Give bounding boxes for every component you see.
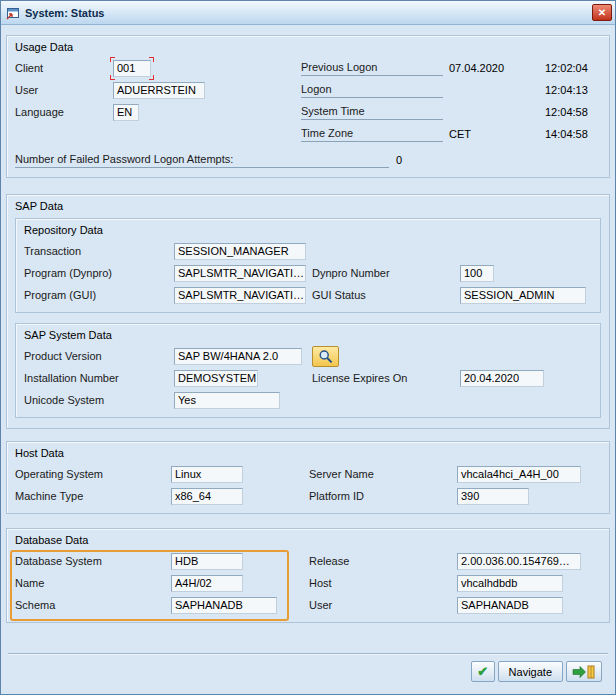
license-expires-field[interactable]: 20.04.2020 [460, 370, 544, 387]
navigate-button-label: Navigate [509, 666, 552, 678]
sap-system-data-header: SAP System Data [24, 325, 592, 345]
usage-data-header: Usage Data [15, 37, 601, 57]
usage-row-language: Language EN System Time 12:04:58 [15, 101, 601, 123]
dynpro-number-label: Dynpro Number [312, 267, 460, 279]
installation-number-field[interactable]: DEMOSYSTEM [174, 370, 258, 387]
unicode-system-field[interactable]: Yes [174, 392, 280, 409]
program-gui-label: Program (GUI) [24, 289, 174, 301]
usage-row-client: Client 001 Previous Logon 07.04.2020 12:… [15, 57, 601, 79]
row-program-dynpro: Program (Dynpro) SAPLSMTR_NAVIGATI… Dynp… [24, 262, 592, 284]
program-dynpro-field[interactable]: SAPLSMTR_NAVIGATI… [174, 265, 306, 282]
spacer [6, 623, 610, 653]
usage-row-timezone: Time Zone CET 14:04:58 [15, 123, 601, 145]
gui-status-label: GUI Status [312, 289, 460, 301]
machine-type-label: Machine Type [15, 490, 171, 502]
usage-row-failed-attempts: Number of Failed Password Logon Attempts… [15, 149, 601, 171]
system-time-value: 12:04:58 [545, 106, 601, 118]
row-machine-type: Machine Type x86_64 Platform ID 390 [15, 485, 601, 507]
sap-data-group: SAP Data Repository Data Transaction SES… [6, 194, 610, 429]
time-zone-value: CET [449, 128, 545, 140]
previous-logon-time: 12:02:04 [545, 62, 601, 74]
repository-data-header: Repository Data [24, 220, 592, 240]
release-field[interactable]: 2.00.036.00.154769… [457, 553, 581, 570]
previous-logon-date: 07.04.2020 [449, 62, 545, 74]
transaction-field[interactable]: SESSION_MANAGER [174, 243, 306, 260]
time-zone-time: 14:04:58 [545, 128, 601, 140]
product-version-label: Product Version [24, 350, 174, 362]
usage-row-user: User ADUERRSTEIN Logon 12:04:13 [15, 79, 601, 101]
database-name-field[interactable]: A4H/02 [171, 575, 243, 592]
language-label: Language [15, 106, 113, 118]
system-time-label: System Time [301, 105, 443, 120]
row-database-schema: Schema SAPHANADB User SAPHANADB [15, 594, 601, 616]
window-titlebar[interactable]: System: Status ✕ [1, 1, 615, 25]
license-expires-label: License Expires On [312, 372, 460, 384]
product-version-field[interactable]: SAP BW/4HANA 2.0 [174, 348, 302, 365]
sap-data-header: SAP Data [15, 196, 601, 216]
program-dynpro-label: Program (Dynpro) [24, 267, 174, 279]
row-transaction: Transaction SESSION_MANAGER [24, 240, 592, 262]
schema-label: Schema [15, 599, 171, 611]
schema-field[interactable]: SAPHANADB [171, 597, 277, 614]
database-system-field[interactable]: HDB [171, 553, 243, 570]
confirm-button[interactable]: ✔ [471, 661, 495, 682]
logon-time: 12:04:13 [545, 84, 601, 96]
user-label: User [15, 84, 113, 96]
user-field[interactable]: ADUERRSTEIN [113, 82, 205, 99]
database-user-field[interactable]: SAPHANADB [457, 597, 563, 614]
database-user-label: User [309, 599, 457, 611]
program-gui-field[interactable]: SAPLSMTR_NAVIGATI… [174, 287, 306, 304]
client-label: Client [15, 62, 113, 74]
database-host-field[interactable]: vhcalhdbdb [457, 575, 563, 592]
operating-system-label: Operating System [15, 468, 171, 480]
product-version-details-button[interactable] [312, 346, 339, 367]
machine-type-field[interactable]: x86_64 [171, 488, 243, 505]
usage-data-group: Usage Data Client 001 Previous Logon 07.… [6, 35, 610, 178]
system-status-dialog: System: Status ✕ Usage Data Client 001 P… [0, 0, 616, 695]
operating-system-field[interactable]: Linux [171, 466, 243, 483]
dialog-content: Usage Data Client 001 Previous Logon 07.… [1, 25, 615, 694]
client-field[interactable]: 001 [113, 60, 151, 77]
database-system-label: Database System [15, 555, 171, 567]
failed-attempts-label: Number of Failed Password Logon Attempts… [15, 153, 389, 168]
magnifier-icon [318, 349, 334, 364]
close-icon: ✕ [598, 7, 606, 18]
row-unicode-system: Unicode System Yes [24, 389, 592, 411]
unicode-system-label: Unicode System [24, 394, 174, 406]
row-product-version: Product Version SAP BW/4HANA 2.0 [24, 345, 592, 367]
close-button[interactable]: ✕ [592, 4, 612, 21]
language-field[interactable]: EN [113, 104, 139, 121]
row-database-name: Name A4H/02 Host vhcalhdbdb [15, 572, 601, 594]
database-data-header: Database Data [15, 530, 601, 550]
sap-system-data-group: SAP System Data Product Version SAP BW/4… [15, 323, 601, 418]
installation-number-label: Installation Number [24, 372, 174, 384]
host-data-group: Host Data Operating System Linux Server … [6, 441, 610, 514]
platform-id-field[interactable]: 390 [457, 488, 529, 505]
exit-button[interactable] [566, 661, 602, 682]
check-icon: ✔ [477, 665, 488, 678]
failed-attempts-value: 0 [396, 154, 601, 166]
repository-data-group: Repository Data Transaction SESSION_MANA… [15, 218, 601, 313]
row-database-system: Database System HDB Release 2.00.036.00.… [15, 550, 601, 572]
row-program-gui: Program (GUI) SAPLSMTR_NAVIGATI… GUI Sta… [24, 284, 592, 306]
dynpro-number-field[interactable]: 100 [460, 265, 494, 282]
navigate-button[interactable]: Navigate [498, 661, 563, 682]
row-operating-system: Operating System Linux Server Name vhcal… [15, 463, 601, 485]
database-host-label: Host [309, 577, 457, 589]
gui-status-field[interactable]: SESSION_ADMIN [460, 287, 586, 304]
release-label: Release [309, 555, 457, 567]
time-zone-label: Time Zone [301, 127, 443, 142]
row-installation-number: Installation Number DEMOSYSTEM License E… [24, 367, 592, 389]
previous-logon-label: Previous Logon [301, 61, 443, 76]
dialog-icon [6, 6, 20, 20]
database-data-group: Database Data Database System HDB Releas… [6, 528, 610, 623]
window-title: System: Status [25, 7, 587, 19]
host-data-header: Host Data [15, 443, 601, 463]
transaction-label: Transaction [24, 245, 174, 257]
server-name-label: Server Name [309, 468, 457, 480]
footer-button-bar: ✔ Navigate [6, 655, 610, 689]
database-name-label: Name [15, 577, 171, 589]
server-name-field[interactable]: vhcala4hci_A4H_00 [457, 466, 581, 483]
exit-door-icon [572, 665, 596, 679]
logon-label: Logon [301, 83, 443, 98]
